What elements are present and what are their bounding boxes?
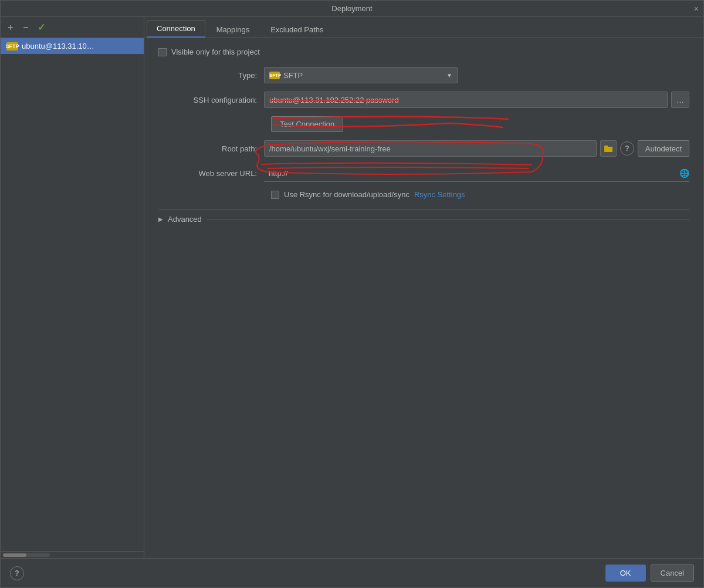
web-server-control-wrap: 🌐	[264, 165, 689, 182]
visible-only-checkbox[interactable]	[158, 48, 167, 56]
test-connection-button[interactable]: Test Connection	[271, 116, 343, 132]
use-rsync-checkbox[interactable]	[271, 191, 279, 199]
rsync-settings-link[interactable]: Rsync Settings	[414, 190, 465, 199]
root-path-control-wrap: ? Autodetect	[264, 140, 689, 157]
svg-rect-0	[604, 147, 612, 152]
title-bar: Deployment ×	[1, 1, 703, 17]
ssh-config-more-button[interactable]: …	[671, 92, 689, 108]
sftp-type-icon: SFTP	[269, 72, 280, 79]
rsync-row: Use Rsync for download/upload/sync Rsync…	[158, 190, 689, 199]
sidebar-empty-area	[1, 54, 144, 551]
root-path-input[interactable]	[264, 140, 597, 157]
tab-excluded-paths[interactable]: Excluded Paths	[260, 21, 333, 38]
dialog-body: + − ✓ SFTP ubuntu@113.31.10… Connection	[1, 17, 703, 558]
server-label: ubuntu@113.31.10…	[22, 42, 94, 50]
footer-help-button[interactable]: ?	[10, 566, 24, 580]
browse-folder-button[interactable]	[600, 140, 617, 157]
ssh-input-wrap	[264, 92, 668, 108]
type-label: Type:	[158, 71, 264, 80]
advanced-label: Advanced	[168, 215, 202, 224]
remove-server-button[interactable]: −	[19, 21, 32, 34]
form-area: Visible only for this project Type: SFTP…	[144, 38, 703, 558]
deployment-dialog: Deployment × + − ✓ SFTP ubuntu@113.31.10…	[0, 0, 704, 588]
tab-connection[interactable]: Connection	[147, 20, 205, 38]
tab-bar: Connection Mappings Excluded Paths	[144, 17, 703, 38]
svg-rect-1	[604, 146, 608, 147]
visible-only-label: Visible only for this project	[171, 48, 260, 56]
ssh-config-row: SSH configuration: …	[158, 92, 689, 108]
folder-icon	[604, 145, 612, 152]
ssh-config-input[interactable]	[264, 92, 668, 108]
sidebar: + − ✓ SFTP ubuntu@113.31.10…	[1, 17, 144, 558]
web-server-input[interactable]	[264, 165, 676, 181]
ssh-config-label: SSH configuration:	[158, 96, 264, 104]
cancel-button[interactable]: Cancel	[651, 565, 694, 582]
ssh-config-control-wrap: …	[264, 92, 689, 108]
globe-icon: 🌐	[679, 168, 689, 178]
add-server-button[interactable]: +	[4, 21, 17, 34]
close-button[interactable]: ×	[694, 4, 699, 13]
dialog-title: Deployment	[331, 4, 372, 13]
web-server-row: Web server URL: 🌐	[158, 165, 689, 182]
sftp-icon: SFTP	[6, 42, 18, 50]
type-dropdown[interactable]: SFTP SFTP ▼	[264, 67, 458, 83]
type-value: SFTP	[283, 71, 303, 80]
type-control-wrap: SFTP SFTP ▼	[264, 67, 689, 83]
main-content: Connection Mappings Excluded Paths Visib…	[144, 17, 703, 558]
rsync-label: Use Rsync for download/upload/sync	[284, 190, 409, 199]
apply-button[interactable]: ✓	[35, 21, 48, 34]
tab-mappings[interactable]: Mappings	[207, 21, 259, 38]
root-path-row: Root path: ? Autodetect	[158, 140, 689, 157]
sidebar-toolbar: + − ✓	[1, 17, 144, 38]
advanced-section[interactable]: ▶ Advanced	[158, 209, 689, 228]
autodetect-button[interactable]: Autodetect	[638, 140, 689, 157]
dropdown-arrow-icon: ▼	[446, 72, 452, 79]
web-server-label: Web server URL:	[158, 169, 264, 178]
sidebar-scrollbar[interactable]	[1, 551, 144, 558]
root-path-help-button[interactable]: ?	[620, 141, 634, 156]
dialog-footer: ? OK Cancel	[1, 558, 703, 587]
test-connection-row: Test Connection	[158, 116, 689, 132]
server-list-item[interactable]: SFTP ubuntu@113.31.10…	[1, 38, 144, 54]
advanced-arrow-icon: ▶	[158, 216, 163, 222]
scrollbar-track	[3, 553, 50, 557]
advanced-divider	[207, 219, 689, 219]
type-row: Type: SFTP SFTP ▼	[158, 67, 689, 83]
root-path-label: Root path:	[158, 144, 264, 153]
visible-only-row: Visible only for this project	[158, 48, 689, 56]
ok-button[interactable]: OK	[605, 565, 646, 582]
scrollbar-thumb	[3, 553, 26, 557]
